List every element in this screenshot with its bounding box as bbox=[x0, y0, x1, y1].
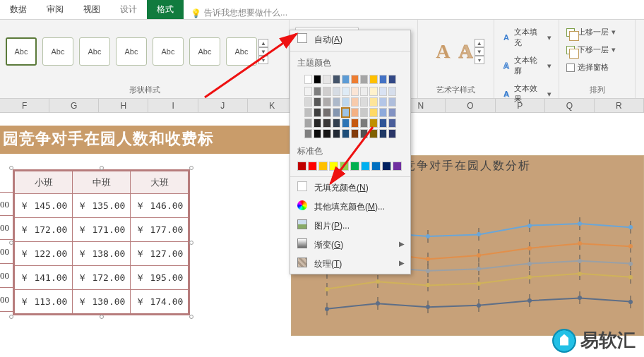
color-swatch[interactable] bbox=[323, 119, 330, 128]
color-swatch[interactable] bbox=[388, 87, 396, 96]
text-outline-button[interactable]: A文本轮廓▾ bbox=[500, 54, 553, 78]
no-fill-item[interactable]: 无填充颜色(N) bbox=[290, 178, 410, 198]
texture-fill-item[interactable]: 纹理(T) ▶ bbox=[290, 255, 410, 274]
color-swatch[interactable] bbox=[351, 119, 359, 128]
gallery-spinner[interactable]: ▲▼▾ bbox=[258, 39, 268, 64]
tab-view[interactable]: 视图 bbox=[73, 0, 110, 19]
table-row[interactable]: ￥ 113.00￥ 130.00￥ 174.00 bbox=[15, 290, 189, 314]
color-swatch[interactable] bbox=[360, 119, 368, 128]
col-I[interactable]: I bbox=[148, 99, 198, 112]
shape-style-gallery[interactable]: Abc Abc Abc Abc Abc Abc Abc bbox=[6, 37, 257, 66]
color-swatch[interactable] bbox=[333, 75, 340, 84]
table-cell[interactable]: ￥ 171.00 bbox=[73, 218, 131, 242]
color-swatch[interactable] bbox=[369, 75, 377, 84]
color-swatch[interactable] bbox=[314, 129, 321, 138]
color-swatch[interactable] bbox=[379, 75, 387, 84]
color-swatch[interactable] bbox=[379, 87, 387, 96]
color-swatch[interactable] bbox=[333, 108, 340, 117]
color-swatch[interactable] bbox=[304, 97, 312, 107]
table-cell[interactable]: ￥ 145.00 bbox=[15, 194, 73, 218]
table-row[interactable]: ￥ 172.00￥ 171.00￥ 177.00 bbox=[15, 218, 189, 242]
color-swatch[interactable] bbox=[361, 162, 370, 171]
color-swatch[interactable] bbox=[369, 87, 377, 96]
color-swatch[interactable] bbox=[342, 97, 350, 107]
shape-style-preset-1[interactable]: Abc bbox=[6, 37, 37, 66]
color-swatch[interactable] bbox=[297, 162, 306, 171]
color-swatch[interactable] bbox=[379, 129, 387, 138]
color-swatch[interactable] bbox=[342, 87, 350, 96]
color-swatch[interactable] bbox=[308, 162, 317, 171]
color-swatch[interactable] bbox=[388, 129, 396, 138]
chart-marker[interactable] bbox=[376, 300, 380, 307]
table-cell[interactable]: ￥ 177.00 bbox=[131, 218, 189, 242]
color-swatch[interactable] bbox=[304, 108, 312, 117]
table-cell[interactable]: ￥ 113.00 bbox=[15, 290, 73, 314]
color-swatch[interactable] bbox=[351, 75, 359, 84]
color-swatch[interactable] bbox=[388, 75, 396, 84]
table-cell[interactable]: ￥ 195.00 bbox=[131, 266, 189, 290]
color-swatch[interactable] bbox=[318, 162, 328, 171]
color-swatch[interactable] bbox=[369, 97, 377, 107]
color-swatch[interactable] bbox=[342, 108, 350, 117]
shape-style-preset-5[interactable]: Abc bbox=[153, 37, 184, 66]
color-swatch[interactable] bbox=[304, 75, 312, 84]
color-swatch[interactable] bbox=[323, 129, 330, 138]
col-R[interactable]: R bbox=[595, 99, 644, 112]
color-swatch[interactable] bbox=[304, 87, 312, 96]
col-G[interactable]: G bbox=[49, 99, 99, 112]
color-swatch[interactable] bbox=[351, 87, 359, 96]
table-header[interactable]: 小班 bbox=[15, 171, 73, 194]
shape-style-preset-6[interactable]: Abc bbox=[189, 37, 220, 66]
color-swatch[interactable] bbox=[340, 162, 349, 171]
table-cell[interactable]: ￥ 127.00 bbox=[131, 242, 189, 266]
table-row[interactable]: ￥ 122.00￥ 138.00￥ 127.00 bbox=[15, 242, 189, 266]
color-swatch[interactable] bbox=[382, 162, 391, 171]
table-row[interactable]: ￥ 145.00￥ 135.00￥ 146.00 bbox=[15, 194, 189, 218]
color-swatch[interactable] bbox=[304, 119, 312, 128]
color-swatch[interactable] bbox=[351, 108, 359, 117]
color-swatch[interactable] bbox=[388, 97, 396, 107]
picture-fill-item[interactable]: 图片(P)... bbox=[290, 217, 410, 236]
color-swatch[interactable] bbox=[369, 108, 377, 117]
color-swatch[interactable] bbox=[314, 119, 321, 128]
selection-pane-button[interactable]: 选择窗格 bbox=[565, 61, 610, 74]
color-swatch[interactable] bbox=[333, 97, 340, 107]
color-swatch[interactable] bbox=[371, 162, 381, 171]
table-cell[interactable]: ￥ 172.00 bbox=[15, 218, 73, 242]
chart-marker[interactable] bbox=[325, 305, 329, 313]
table-header[interactable]: 中班 bbox=[73, 171, 131, 194]
col-O[interactable]: O bbox=[446, 99, 495, 112]
color-swatch[interactable] bbox=[333, 129, 340, 138]
color-swatch[interactable] bbox=[342, 119, 350, 128]
color-swatch[interactable] bbox=[388, 119, 396, 128]
table-cell[interactable]: ￥ 172.00 bbox=[73, 266, 131, 290]
color-swatch[interactable] bbox=[304, 129, 312, 138]
gradient-fill-item[interactable]: 渐变(G) ▶ bbox=[290, 236, 410, 255]
color-swatch[interactable] bbox=[342, 129, 350, 138]
color-swatch[interactable] bbox=[342, 75, 350, 84]
col-F[interactable]: F bbox=[0, 99, 49, 112]
color-swatch[interactable] bbox=[393, 162, 402, 171]
color-swatch[interactable] bbox=[323, 75, 330, 84]
color-swatch[interactable] bbox=[360, 97, 368, 107]
table-header[interactable]: 大班 bbox=[131, 171, 189, 194]
table-row[interactable]: ￥ 141.00￥ 172.00￥ 195.00 bbox=[15, 266, 189, 290]
col-H[interactable]: H bbox=[99, 99, 148, 112]
color-swatch[interactable] bbox=[369, 119, 377, 128]
chart-marker[interactable] bbox=[426, 303, 430, 310]
color-swatch[interactable] bbox=[379, 97, 387, 107]
color-swatch[interactable] bbox=[333, 119, 340, 128]
bring-forward-button[interactable]: 上移一层▾ bbox=[565, 25, 617, 39]
color-swatch[interactable] bbox=[350, 162, 359, 171]
color-swatch[interactable] bbox=[351, 129, 359, 138]
color-swatch[interactable] bbox=[369, 129, 377, 138]
wordart-preview-2[interactable]: A bbox=[459, 40, 473, 63]
col-J[interactable]: J bbox=[198, 99, 248, 112]
table-cell[interactable]: ￥ 138.00 bbox=[73, 242, 131, 266]
wordart-spinner[interactable]: ▲▼▾ bbox=[475, 39, 484, 64]
color-swatch[interactable] bbox=[323, 97, 330, 107]
color-swatch[interactable] bbox=[314, 97, 321, 107]
chart-marker[interactable] bbox=[527, 297, 532, 304]
send-backward-button[interactable]: 下移一层▾ bbox=[565, 43, 617, 56]
more-colors-item[interactable]: 其他填充颜色(M)... bbox=[290, 198, 410, 217]
